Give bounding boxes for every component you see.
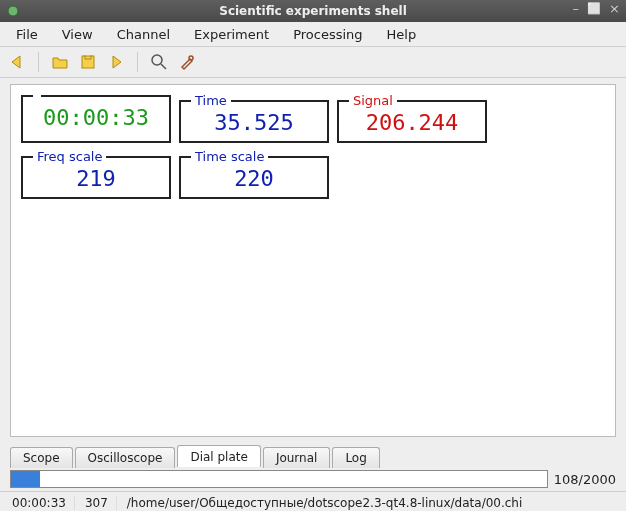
statusbar: 00:00:33 307 /home/user/Общедоступные/do… [0,491,626,511]
time-scale-value: 220 [234,166,274,191]
tab-dial-plate[interactable]: Dial plate [177,445,260,467]
dial-plate-panel: 00:00:33 Time 35.525 Signal 206.244 Freq… [10,84,616,437]
app-icon [6,4,20,18]
readout-grid: 00:00:33 Time 35.525 Signal 206.244 Freq… [21,95,605,199]
menubar: File View Channel Experiment Processing … [0,22,626,47]
toolbar-separator [38,52,39,72]
svg-line-3 [161,64,166,69]
signal-readout: Signal 206.244 [337,95,487,143]
close-button[interactable]: × [609,2,620,16]
tool-icon[interactable] [178,53,196,71]
tab-oscilloscope[interactable]: Oscilloscope [75,447,176,468]
tab-scope[interactable]: Scope [10,447,73,468]
signal-value: 206.244 [366,110,459,135]
maximize-button[interactable]: ⬜ [587,2,601,16]
svg-point-4 [189,56,193,60]
client-area: 00:00:33 Time 35.525 Signal 206.244 Freq… [0,78,626,467]
forward-icon[interactable] [107,53,125,71]
freq-scale-readout: Freq scale 219 [21,151,171,199]
minimize-button[interactable]: – [573,2,580,16]
clock-readout: 00:00:33 [21,95,171,143]
signal-label: Signal [349,95,397,107]
menu-channel[interactable]: Channel [107,24,180,45]
tab-journal[interactable]: Journal [263,447,331,468]
svg-point-0 [8,6,18,16]
menu-file[interactable]: File [6,24,48,45]
tab-log[interactable]: Log [332,447,379,468]
freq-scale-value: 219 [76,166,116,191]
back-icon[interactable] [8,53,26,71]
progress-bar[interactable] [10,470,548,488]
clock-value: 00:00:33 [43,105,149,130]
toolbar-separator [137,52,138,72]
menu-help[interactable]: Help [377,24,427,45]
tabbar: Scope Oscilloscope Dial plate Journal Lo… [10,443,616,467]
menu-processing[interactable]: Processing [283,24,372,45]
svg-point-2 [152,55,162,65]
window-title: Scientific experiments shell [0,4,626,18]
toolbar [0,47,626,78]
zoom-icon[interactable] [150,53,168,71]
time-scale-label: Time scale [191,151,268,163]
svg-rect-1 [82,56,94,68]
time-readout: Time 35.525 [179,95,329,143]
save-icon[interactable] [79,53,97,71]
time-value: 35.525 [214,110,293,135]
menu-view[interactable]: View [52,24,103,45]
window-titlebar: Scientific experiments shell – ⬜ × [0,0,626,22]
status-path: /home/user/Общедоступные/dotscope2.3-qt4… [119,496,622,510]
progress-text: 108/2000 [554,472,616,487]
status-frame: 307 [77,496,117,510]
progress-fill [11,471,40,487]
freq-scale-label: Freq scale [33,151,106,163]
time-scale-readout: Time scale 220 [179,151,329,199]
menu-experiment[interactable]: Experiment [184,24,279,45]
status-time: 00:00:33 [4,496,75,510]
time-label: Time [191,95,231,107]
progress-row: 108/2000 [0,467,626,491]
open-folder-icon[interactable] [51,53,69,71]
